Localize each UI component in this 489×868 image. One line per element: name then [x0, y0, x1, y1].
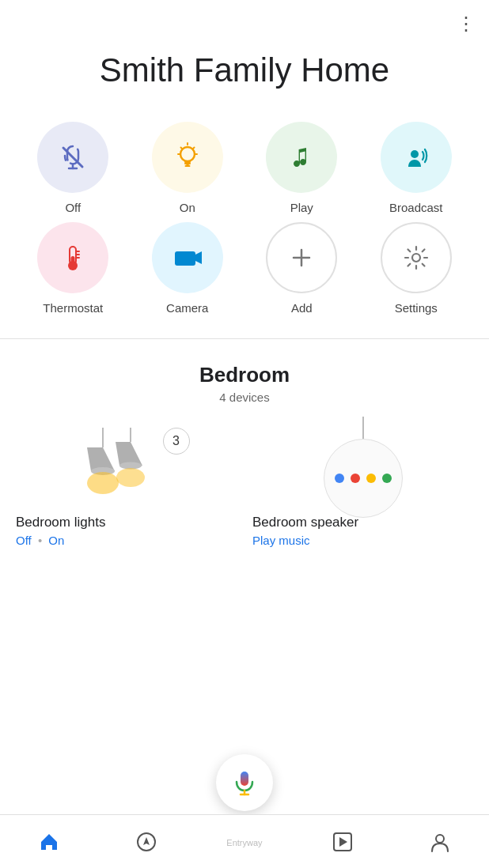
action-add-label: Add: [291, 301, 313, 315]
lights-off-status: Off: [16, 534, 32, 547]
bedroom-speaker-card[interactable]: Bedroom speaker Play music: [252, 428, 473, 547]
action-off-circle: [37, 122, 108, 193]
bedroom-lights-card[interactable]: 3 Bedroom lights Off • On: [16, 428, 237, 547]
svg-line-7: [193, 148, 195, 149]
action-settings[interactable]: Settings: [359, 222, 474, 315]
bedroom-speaker-image: [252, 428, 473, 507]
bottom-nav: Entryway: [0, 814, 489, 868]
speaker-wire: [362, 417, 364, 439]
dot-yellow: [366, 474, 376, 483]
action-settings-circle: [381, 222, 452, 293]
action-on-label: On: [180, 201, 195, 214]
bedroom-speaker-action[interactable]: Play music: [252, 534, 310, 547]
svg-rect-18: [175, 251, 195, 266]
person-icon: [429, 831, 451, 853]
room-title: Bedroom: [16, 363, 473, 387]
action-off[interactable]: Off: [16, 122, 131, 214]
mic-off-icon: [55, 140, 90, 175]
bedroom-lights-image: 3: [16, 428, 237, 507]
room-device-count: 4 devices: [16, 391, 473, 404]
svg-marker-19: [195, 251, 202, 264]
home-title: Smith Family Home: [0, 35, 489, 114]
broadcast-icon: [399, 140, 434, 175]
svg-marker-37: [339, 837, 347, 847]
dot-blue: [335, 474, 344, 483]
action-broadcast-label: Broadcast: [389, 201, 443, 214]
action-on[interactable]: On: [131, 122, 245, 214]
music-note-icon: [284, 140, 319, 175]
quick-actions-grid: Off On Play: [0, 114, 489, 330]
lights-illustration: 3: [63, 428, 190, 507]
nav-entryway[interactable]: Entryway: [195, 836, 294, 847]
gear-icon: [402, 243, 430, 272]
dot-green: [382, 474, 392, 483]
thermostat-icon: [55, 240, 90, 275]
action-broadcast[interactable]: Broadcast: [359, 122, 474, 214]
lightbulb-icon: [170, 140, 205, 175]
svg-line-8: [180, 148, 182, 149]
action-broadcast-circle: [381, 122, 452, 193]
speaker-illustration: [316, 428, 411, 507]
bedroom-lights-name: Bedroom lights: [16, 515, 105, 530]
compass-icon: [135, 831, 157, 853]
svg-rect-31: [241, 772, 248, 786]
home-icon: [38, 831, 60, 853]
action-camera-label: Camera: [166, 301, 208, 315]
play-square-icon: [332, 831, 354, 853]
bedroom-lights-status: Off • On: [16, 534, 64, 547]
lights-status-sep: •: [38, 534, 42, 547]
lights-on-status: On: [48, 534, 64, 547]
plus-icon: [287, 243, 316, 272]
nav-explore[interactable]: [98, 831, 196, 853]
action-thermostat-circle: [37, 222, 108, 293]
svg-point-26: [87, 472, 119, 494]
more-menu-button[interactable]: ⋮: [457, 13, 476, 35]
action-on-circle: [152, 122, 223, 193]
nav-routines[interactable]: [294, 831, 392, 853]
speaker-dots: [335, 474, 392, 483]
section-divider: [0, 338, 489, 339]
nav-home[interactable]: [0, 831, 98, 853]
action-off-label: Off: [65, 201, 81, 214]
mic-fab-icon: [230, 768, 259, 797]
svg-point-22: [412, 254, 420, 262]
svg-point-30: [116, 468, 145, 487]
dot-red: [351, 474, 360, 483]
room-section: Bedroom 4 devices: [0, 347, 489, 610]
svg-point-14: [68, 261, 78, 270]
lights-count-badge: 3: [163, 428, 190, 455]
action-play-circle: [266, 122, 337, 193]
speaker-circle: [324, 439, 403, 518]
svg-point-38: [436, 835, 444, 843]
top-bar: ⋮: [0, 0, 489, 35]
mic-fab-button[interactable]: [216, 754, 273, 811]
svg-marker-28: [116, 442, 142, 466]
action-play-label: Play: [290, 201, 313, 214]
camera-icon: [170, 240, 205, 275]
nav-entryway-label: Entryway: [226, 838, 262, 847]
action-thermostat-label: Thermostat: [43, 301, 103, 315]
action-play[interactable]: Play: [244, 122, 359, 214]
action-thermostat[interactable]: Thermostat: [16, 222, 131, 315]
action-add[interactable]: Add: [244, 222, 359, 315]
action-camera[interactable]: Camera: [131, 222, 245, 315]
action-settings-label: Settings: [395, 301, 438, 315]
action-add-circle: [266, 222, 337, 293]
devices-row: 3 Bedroom lights Off • On: [16, 428, 473, 547]
svg-marker-35: [143, 837, 150, 845]
action-camera-circle: [152, 222, 223, 293]
svg-point-11: [411, 150, 419, 158]
nav-profile[interactable]: [391, 831, 489, 853]
